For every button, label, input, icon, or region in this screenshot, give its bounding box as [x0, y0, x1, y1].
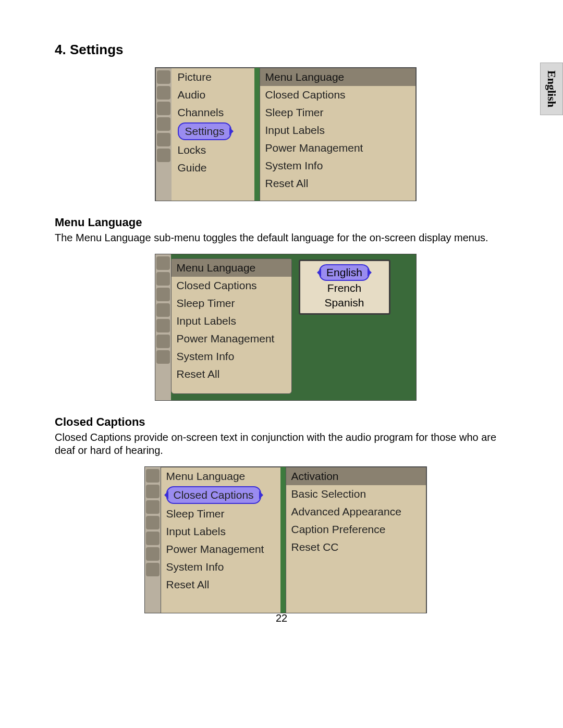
- sub-menu-item[interactable]: Input Labels: [172, 312, 291, 330]
- sub-menu-item[interactable]: System Info: [260, 157, 415, 175]
- sub-menu-item[interactable]: Power Management: [172, 330, 291, 348]
- right-panel-header: Activation: [286, 467, 426, 485]
- sub-menu-item[interactable]: Sleep Timer: [161, 505, 281, 523]
- screenshot-settings-main: Picture Audio Channels Settings Locks Gu…: [155, 67, 417, 201]
- sub-menu-item[interactable]: Power Management: [161, 540, 281, 558]
- sub-menu-item[interactable]: Sleep Timer: [260, 104, 415, 121]
- language-option-selected[interactable]: English: [300, 264, 389, 281]
- right-panel-item[interactable]: Basic Selection: [286, 485, 426, 503]
- main-menu-item[interactable]: Channels: [173, 104, 255, 121]
- sub-menu-item[interactable]: Closed Captions: [260, 86, 415, 104]
- sub-menu-item[interactable]: Reset All: [161, 576, 281, 594]
- main-menu-item[interactable]: Locks: [173, 141, 255, 159]
- subsection-title: Closed Captions: [55, 415, 516, 429]
- language-tab: English: [540, 63, 563, 115]
- sub-menu-item[interactable]: Input Labels: [161, 523, 281, 540]
- sub-menu-item[interactable]: Power Management: [260, 139, 415, 157]
- sub-menu-item[interactable]: Input Labels: [260, 121, 415, 139]
- sub-menu-item[interactable]: Menu Language: [161, 467, 281, 485]
- sub-menu-item[interactable]: Reset All: [260, 175, 415, 192]
- sub-menu-item[interactable]: System Info: [161, 558, 281, 576]
- main-menu-item[interactable]: Picture: [173, 68, 255, 86]
- subsection-title: Menu Language: [55, 216, 516, 229]
- sub-menu-item[interactable]: Reset All: [172, 365, 291, 383]
- language-option[interactable]: Spanish: [300, 295, 389, 310]
- right-panel-item[interactable]: Caption Preference: [286, 521, 426, 538]
- section-title: 4. Settings: [55, 42, 516, 58]
- main-menu-item[interactable]: Audio: [173, 86, 255, 104]
- sub-menu-item-selected[interactable]: Closed Captions: [161, 485, 281, 505]
- sub-menu-header: Menu Language: [260, 68, 415, 86]
- body-text: Closed Captions provide on-screen text i…: [55, 431, 513, 457]
- screenshot-closed-captions: Menu Language Closed Captions Sleep Time…: [144, 466, 427, 613]
- right-panel-item[interactable]: Reset CC: [286, 538, 426, 556]
- language-popup: English French Spanish: [299, 260, 390, 315]
- screenshot-menu-language: Menu Language Closed Captions Sleep Time…: [155, 254, 417, 401]
- main-menu-item-selected[interactable]: Settings: [173, 121, 255, 141]
- sub-menu-item[interactable]: System Info: [172, 348, 291, 365]
- language-option[interactable]: French: [300, 281, 389, 295]
- right-panel-item[interactable]: Advanced Appearance: [286, 503, 426, 521]
- sub-menu-item[interactable]: Sleep Timer: [172, 294, 291, 312]
- body-text: The Menu Language sub-menu toggles the d…: [55, 231, 513, 244]
- sub-menu-header: Menu Language: [172, 259, 291, 277]
- main-menu-item[interactable]: Guide: [173, 159, 255, 177]
- page-number: 22: [0, 612, 563, 624]
- sub-menu-item[interactable]: Closed Captions: [172, 277, 291, 294]
